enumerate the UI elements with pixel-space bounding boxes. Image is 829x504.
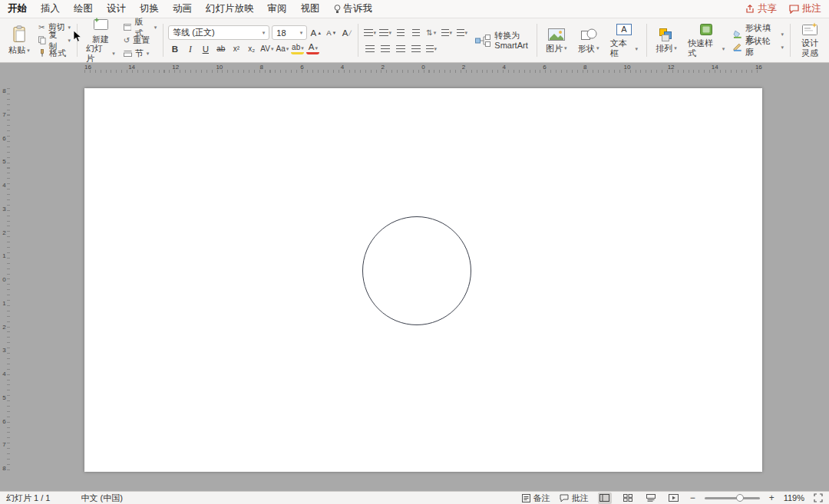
slide-sorter-view-button[interactable] <box>621 492 635 504</box>
paste-button[interactable]: 粘贴▾ <box>5 25 34 56</box>
quick-styles-button[interactable]: 快速样式▾ <box>684 21 728 58</box>
shapes-button[interactable]: 形状▾ <box>574 27 603 54</box>
slash-icon: ╱ <box>348 30 352 35</box>
align-right-button[interactable] <box>394 42 407 55</box>
ruler-number: 4 <box>2 371 5 377</box>
subscript-button[interactable]: x₂ <box>245 42 258 55</box>
copy-icon <box>38 36 46 44</box>
language-indicator[interactable]: 中文 (中国) <box>81 492 122 504</box>
circle-shape[interactable] <box>362 216 471 325</box>
ribbon-separator <box>537 24 537 57</box>
bold-button[interactable]: B <box>168 42 181 55</box>
align-text-button[interactable]: ▾ <box>424 42 438 55</box>
chevron-down-icon: ▾ <box>389 30 392 35</box>
layout-button[interactable]: 版式 ▾ <box>122 21 159 33</box>
status-right: 备注 批注 − + 119% <box>522 492 823 504</box>
increase-font-size-button[interactable]: A▲ <box>309 26 322 39</box>
menu-home[interactable]: 开始 <box>8 2 27 15</box>
new-slide-button[interactable]: 新建 幻灯片▾ <box>82 17 119 64</box>
font-size-value: 18 <box>276 28 286 38</box>
character-spacing-button[interactable]: AV▾ <box>260 42 273 55</box>
chevron-down-icon: ▾ <box>596 45 599 51</box>
numbering-button[interactable]: ▾ <box>378 26 391 39</box>
convert-smartart-label-1: 转换为 <box>494 31 520 41</box>
picture-button[interactable]: 图片▾ <box>542 27 571 54</box>
chevron-down-icon: ▾ <box>434 46 438 51</box>
zoom-in-button[interactable]: + <box>769 492 775 503</box>
comments-toggle-button[interactable]: 批注 <box>789 2 821 15</box>
textbox-button[interactable]: A 文本框▾ <box>606 21 642 58</box>
chevron-down-icon: ▾ <box>27 48 30 53</box>
menu-view[interactable]: 视图 <box>301 2 320 15</box>
menu-design[interactable]: 设计 <box>107 2 126 15</box>
comments-pane-toggle[interactable]: 批注 <box>560 492 589 504</box>
decrease-indent-button[interactable] <box>394 26 407 39</box>
notes-toggle[interactable]: 备注 <box>522 492 550 504</box>
ruler-number: 8 <box>260 64 263 71</box>
text-direction-button[interactable]: ▾ <box>440 26 453 39</box>
picture-label: 图片 <box>546 44 563 54</box>
menu-tell-me[interactable]: 告诉我 <box>334 2 373 15</box>
zoom-slider[interactable] <box>705 497 760 499</box>
grow-font-glyph: A <box>311 28 317 38</box>
ruler-number: 1 <box>2 253 5 259</box>
justify-button[interactable] <box>409 42 422 55</box>
ruler-number: 0 <box>2 277 5 283</box>
normal-view-button[interactable] <box>598 492 612 504</box>
section-button[interactable]: 节 ▾ <box>122 48 159 59</box>
italic-button[interactable]: I <box>183 42 197 55</box>
decrease-font-size-button[interactable]: A▼ <box>325 26 338 39</box>
font-family-select[interactable]: 等线 (正文) ▾ <box>168 25 269 40</box>
font-color-button[interactable]: A▾ <box>306 44 319 54</box>
menu-review[interactable]: 审阅 <box>268 2 287 15</box>
arrange-button[interactable]: 排列▾ <box>652 27 681 54</box>
share-button[interactable]: 共享 <box>745 2 777 15</box>
svg-text:A: A <box>621 25 627 34</box>
chevron-down-icon: ▾ <box>68 38 71 43</box>
slideshow-view-button[interactable] <box>667 492 681 504</box>
superscript-button[interactable]: x² <box>230 42 243 55</box>
font-size-select[interactable]: 18 ▾ <box>272 25 307 40</box>
text-highlight-button[interactable]: ab▾ <box>291 44 304 54</box>
underline-button[interactable]: U <box>199 42 212 55</box>
bullets-button[interactable]: ▾ <box>363 26 376 39</box>
menu-animations[interactable]: 动画 <box>173 2 192 15</box>
slide-canvas[interactable] <box>84 88 762 472</box>
reset-button[interactable]: ↺ 重置 <box>122 35 159 46</box>
ruler-number: 8 <box>583 64 586 71</box>
new-slide-label-2: 幻灯片 <box>86 44 111 63</box>
menu-draw[interactable]: 绘图 <box>74 2 93 15</box>
menu-slideshow[interactable]: 幻灯片放映 <box>206 2 254 15</box>
align-center-button[interactable] <box>378 42 391 55</box>
format-painter-label: 格式 <box>49 48 66 59</box>
font-color-glyph: A <box>309 43 315 52</box>
zoom-out-button[interactable]: − <box>690 492 695 503</box>
ruler-number: 5 <box>2 159 5 165</box>
change-case-button[interactable]: Aa▾ <box>276 42 289 55</box>
zoom-percentage[interactable]: 119% <box>784 493 804 502</box>
ruler-number: 12 <box>172 64 179 71</box>
zoom-slider-handle[interactable] <box>736 494 744 502</box>
menu-transitions[interactable]: 切换 <box>140 2 159 15</box>
strikethrough-button[interactable]: ab <box>214 42 227 55</box>
ruler-number: 2 <box>2 324 5 331</box>
chevron-down-icon: ▾ <box>674 45 677 51</box>
menu-insert[interactable]: 插入 <box>41 2 60 15</box>
copy-button[interactable]: 复制 ▾ <box>37 35 72 46</box>
clear-formatting-button[interactable]: A╱ <box>340 26 353 39</box>
convert-smartart-button[interactable]: 转换为 SmartArt <box>471 30 531 51</box>
shrink-font-glyph: A <box>326 28 331 37</box>
notes-page-view-button[interactable] <box>644 492 658 504</box>
increase-indent-button[interactable] <box>409 26 422 39</box>
columns-button[interactable]: ▾ <box>455 26 468 39</box>
align-left-button[interactable] <box>363 42 376 55</box>
ruler-number: 2 <box>462 64 465 71</box>
line-spacing-button[interactable]: ⇅▾ <box>424 26 438 39</box>
design-ideas-button[interactable]: 设计 灵感 <box>795 21 824 58</box>
horizontal-ruler[interactable]: 1614121086420246810121416 <box>84 63 762 74</box>
shape-outline-button[interactable]: 形状轮廓 ▾ <box>732 41 785 53</box>
fit-to-window-button[interactable] <box>814 493 823 502</box>
format-painter-button[interactable]: 格式 <box>37 48 72 59</box>
vertical-ruler[interactable]: 87654321012345678 <box>1 88 11 472</box>
textbox-icon: A <box>616 22 632 37</box>
